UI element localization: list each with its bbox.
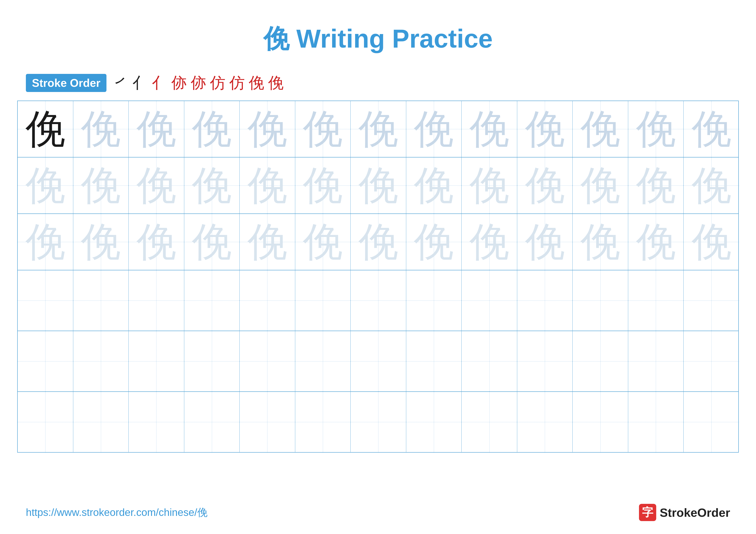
cell-6-3[interactable] [129,392,184,452]
cell-6-13[interactable] [684,392,739,452]
cell-1-5: 俛 [240,101,295,157]
cell-6-4[interactable] [184,392,240,452]
logo-text: StrokeOrder [660,506,730,520]
cell-4-6[interactable] [295,270,351,331]
cell-6-12[interactable] [628,392,684,452]
cell-1-10: 俛 [517,101,573,157]
cell-6-7[interactable] [351,392,406,452]
cell-5-5[interactable] [240,331,295,392]
cell-4-12[interactable] [628,270,684,331]
logo-icon: 字 [639,504,656,521]
cell-2-10: 俛 [517,158,573,214]
cell-2-9: 俛 [462,158,517,214]
cell-5-1[interactable] [18,331,73,392]
cell-4-10[interactable] [517,270,573,331]
cell-4-5[interactable] [240,270,295,331]
cell-5-3[interactable] [129,331,184,392]
cell-1-13: 俛 [684,101,739,157]
grid-row-6 [18,392,738,452]
cell-1-9: 俛 [462,101,517,157]
cell-2-4: 俛 [184,158,240,214]
cell-4-1[interactable] [18,270,73,331]
cell-4-8[interactable] [406,270,462,331]
grid-row-2: 俛 俛 俛 俛 俛 俛 俛 俛 俛 俛 俛 俛 俛 [18,158,738,214]
stroke-3: 亻 [152,75,167,91]
cell-1-3: 俛 [129,101,184,157]
cell-5-2[interactable] [73,331,129,392]
grid-row-4 [18,270,738,331]
cell-4-2[interactable] [73,270,129,331]
cell-6-6[interactable] [295,392,351,452]
grid-row-5 [18,331,738,392]
footer: https://www.strokeorder.com/chinese/俛 字 … [0,504,756,521]
stroke-sequence: ㇒ 亻 亻 㑊 㑊 仿 仿 俛 俛 [113,75,284,91]
cell-5-7[interactable] [351,331,406,392]
cell-3-2: 俛 [73,214,129,270]
cell-4-7[interactable] [351,270,406,331]
cell-2-2: 俛 [73,158,129,214]
cell-3-8: 俛 [406,214,462,270]
cell-3-1: 俛 [18,214,73,270]
cell-3-11: 俛 [573,214,628,270]
cell-2-7: 俛 [351,158,406,214]
cell-2-8: 俛 [406,158,462,214]
cell-4-9[interactable] [462,270,517,331]
footer-logo: 字 StrokeOrder [639,504,730,521]
cell-3-4: 俛 [184,214,240,270]
cell-6-11[interactable] [573,392,628,452]
footer-url: https://www.strokeorder.com/chinese/俛 [26,506,207,519]
cell-4-13[interactable] [684,270,739,331]
grid-row-3: 俛 俛 俛 俛 俛 俛 俛 俛 俛 俛 俛 俛 俛 [18,214,738,270]
cell-3-3: 俛 [129,214,184,270]
stroke-2: 亻 [132,75,148,91]
cell-6-9[interactable] [462,392,517,452]
cell-1-1: 俛 [18,101,73,157]
cell-4-3[interactable] [129,270,184,331]
cell-2-6: 俛 [295,158,351,214]
cell-3-5: 俛 [240,214,295,270]
stroke-1: ㇒ [113,75,128,91]
stroke-6: 仿 [210,75,226,91]
cell-5-13[interactable] [684,331,739,392]
title-english: Writing Practice [289,24,493,53]
cell-5-8[interactable] [406,331,462,392]
cell-6-8[interactable] [406,392,462,452]
cell-3-7: 俛 [351,214,406,270]
cell-6-10[interactable] [517,392,573,452]
cell-3-6: 俛 [295,214,351,270]
cell-1-2: 俛 [73,101,129,157]
cell-5-12[interactable] [628,331,684,392]
cell-2-13: 俛 [684,158,739,214]
stroke-order-badge: Stroke Order [26,74,106,92]
stroke-5: 㑊 [191,75,206,91]
practice-grid: 俛 俛 俛 俛 俛 俛 俛 俛 俛 俛 俛 俛 俛 俛 俛 俛 俛 俛 俛 俛 … [17,101,739,453]
cell-5-11[interactable] [573,331,628,392]
grid-row-1: 俛 俛 俛 俛 俛 俛 俛 俛 俛 俛 俛 俛 俛 [18,101,738,158]
cell-3-13: 俛 [684,214,739,270]
stroke-order-row: Stroke Order ㇒ 亻 亻 㑊 㑊 仿 仿 俛 俛 [0,69,756,101]
stroke-9: 俛 [268,75,284,91]
cell-2-1: 俛 [18,158,73,214]
cell-4-4[interactable] [184,270,240,331]
page-title: 俛 Writing Practice [0,0,756,69]
stroke-7: 仿 [229,75,245,91]
stroke-8: 俛 [249,75,264,91]
cell-5-10[interactable] [517,331,573,392]
cell-4-11[interactable] [573,270,628,331]
cell-2-11: 俛 [573,158,628,214]
cell-5-9[interactable] [462,331,517,392]
cell-5-6[interactable] [295,331,351,392]
cell-1-11: 俛 [573,101,628,157]
cell-1-7: 俛 [351,101,406,157]
cell-3-12: 俛 [628,214,684,270]
cell-3-10: 俛 [517,214,573,270]
cell-1-6: 俛 [295,101,351,157]
cell-6-5[interactable] [240,392,295,452]
cell-1-12: 俛 [628,101,684,157]
cell-6-1[interactable] [18,392,73,452]
cell-6-2[interactable] [73,392,129,452]
stroke-4: 㑊 [171,75,187,91]
cell-2-3: 俛 [129,158,184,214]
cell-5-4[interactable] [184,331,240,392]
title-chinese: 俛 [263,24,289,53]
